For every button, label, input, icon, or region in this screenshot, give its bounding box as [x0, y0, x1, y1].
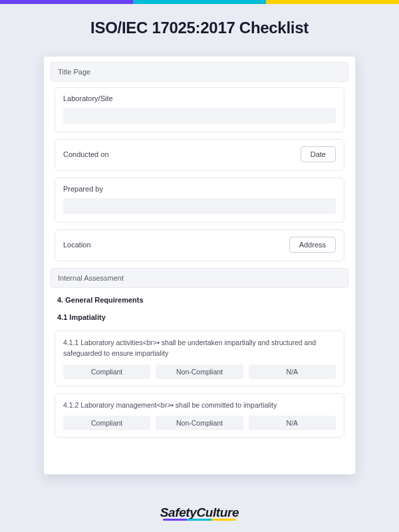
answer-non-compliant[interactable]: Non-Compliant: [156, 416, 243, 430]
field-conducted-on: Conducted on Date: [55, 139, 344, 171]
brand-stripe: [0, 0, 399, 4]
question-text: 4.1.1 Laboratory activities<br>• shall b…: [63, 338, 336, 359]
question-4-1-2: 4.1.2 Laboratory management<br>• shall b…: [55, 393, 344, 438]
checklist-card: Title Page Laboratory/Site Conducted on …: [43, 56, 356, 475]
field-laboratory: Laboratory/Site: [55, 87, 344, 132]
address-button[interactable]: Address: [289, 237, 336, 253]
field-prepared-by: Prepared by: [55, 178, 344, 223]
field-location: Location Address: [55, 229, 344, 261]
answer-na[interactable]: N/A: [249, 364, 336, 379]
footer-logo: SafetyCulture: [0, 505, 399, 520]
section-header-internal-assessment: Internal Assessment: [51, 268, 348, 288]
laboratory-input[interactable]: [63, 108, 336, 124]
heading-4-1: 4.1 Impatiality: [57, 313, 344, 321]
question-4-1-1: 4.1.1 Laboratory activities<br>• shall b…: [55, 331, 344, 386]
answer-compliant[interactable]: Compliant: [63, 416, 150, 430]
prepared-by-input[interactable]: [63, 198, 336, 214]
field-label: Location: [63, 241, 91, 249]
question-text: 4.1.2 Laboratory management<br>• shall b…: [63, 400, 336, 411]
answer-non-compliant[interactable]: Non-Compliant: [156, 364, 243, 379]
page-title: ISO/IEC 17025:2017 Checklist: [0, 19, 399, 37]
answer-compliant[interactable]: Compliant: [63, 364, 150, 379]
heading-4: 4. General Requirements: [57, 296, 344, 304]
logo-underline-icon: [163, 519, 236, 521]
field-label: Laboratory/Site: [63, 94, 336, 102]
logo-part2: Culture: [196, 505, 239, 519]
logo-part1: Safety: [160, 505, 197, 519]
date-button[interactable]: Date: [301, 146, 336, 162]
answer-na[interactable]: N/A: [249, 416, 336, 430]
field-label: Prepared by: [63, 185, 336, 193]
section-header-title-page: Title Page: [51, 62, 348, 82]
field-label: Conducted on: [63, 150, 109, 158]
